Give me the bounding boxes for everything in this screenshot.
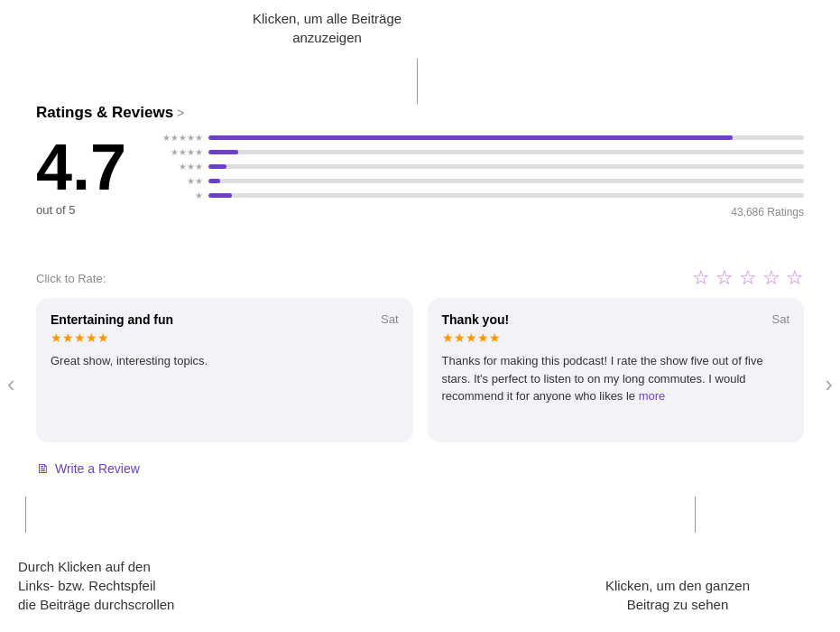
review-card-header-0: Entertaining and fun Sat [51,312,399,327]
nav-arrow-right[interactable]: › [825,370,833,398]
review-card-0: Entertaining and fun Sat ★★★★★ Great sho… [36,298,413,442]
histogram-stars-2: ★★★ [153,162,203,172]
review-body-1: Thanks for making this podcast! I rate t… [442,352,790,405]
histogram-bar-bg-2 [208,164,804,169]
review-date-0: Sat [381,312,399,326]
histogram-bar-bg-0 [208,135,804,140]
review-body-0: Great show, interesting topics. [51,352,399,370]
histogram-bar-fill-3 [208,179,220,183]
click-to-rate-section: Click to Rate: ☆☆☆☆☆ [36,266,804,290]
histogram-stars-1: ★★★★ [153,147,203,157]
rate-star-3[interactable]: ☆ [739,266,757,290]
review-more-link-1[interactable]: more [635,389,665,403]
big-rating-number: 4.7 [36,135,126,200]
annotation-bottom-right: Klicken, um den ganzen Beitrag zu sehen [605,576,750,614]
histogram-bar-bg-3 [208,179,804,183]
histogram-row: ★★★ [153,162,804,172]
rate-star-2[interactable]: ☆ [715,266,734,290]
rating-histogram: ★★★★★ ★★★★ ★★★ ★★ ★ [153,133,804,200]
histogram-bar-fill-2 [208,164,226,169]
page-container: Klicken, um alle Beiträge anzuzeigen Rat… [0,0,840,632]
histogram-row: ★★★★ [153,147,804,157]
histogram-bar-bg-4 [208,193,804,198]
review-title-1: Thank you! [442,312,510,327]
annotation-top-line [417,59,418,104]
rate-star-4[interactable]: ☆ [762,266,780,290]
write-review-label: Write a Review [55,461,140,476]
ann-line-left [25,497,26,533]
nav-arrow-left[interactable]: ‹ [7,370,15,398]
click-to-rate-label: Click to Rate: [36,272,106,285]
ratings-body: 4.7 out of 5 ★★★★★ ★★★★ ★★★ ★★ [36,133,804,218]
histogram-bar-fill-0 [208,135,733,140]
annotation-bottom-left: Durch Klicken auf den Links- bzw. Rechts… [18,557,174,614]
write-review-link[interactable]: 🗎 Write a Review [36,460,140,476]
ratings-header[interactable]: Ratings & Reviews > [36,104,804,122]
rate-star-5[interactable]: ☆ [786,266,804,290]
annotation-top: Klicken, um alle Beiträge anzuzeigen [253,9,402,47]
big-rating-label: out of 5 [36,203,126,217]
rate-star-1[interactable]: ☆ [692,266,710,290]
histogram-row: ★★ [153,176,804,186]
review-title-0: Entertaining and fun [51,312,173,327]
write-review-icon: 🗎 [36,460,50,476]
histogram-stars-4: ★ [153,191,203,200]
ratings-section: Ratings & Reviews > 4.7 out of 5 ★★★★★ ★… [36,104,804,218]
review-card-1: Thank you! Sat ★★★★★ Thanks for making t… [428,298,805,442]
histogram-bar-fill-4 [208,193,232,198]
rate-stars[interactable]: ☆☆☆☆☆ [692,266,804,290]
ratings-count: 43,686 Ratings [153,206,804,218]
histogram-stars-3: ★★ [153,176,203,186]
big-rating: 4.7 out of 5 [36,135,126,217]
reviews-container: Entertaining and fun Sat ★★★★★ Great sho… [36,298,804,442]
histogram-bar-fill-1 [208,150,238,154]
ratings-header-chevron: > [177,106,184,120]
histogram-row: ★ [153,191,804,200]
histogram-row: ★★★★★ [153,133,804,143]
review-date-1: Sat [771,312,789,326]
review-card-header-1: Thank you! Sat [442,312,790,327]
review-stars-0: ★★★★★ [51,330,399,345]
histogram-area: ★★★★★ ★★★★ ★★★ ★★ ★ 43,686 R [153,133,804,218]
histogram-stars-0: ★★★★★ [153,133,203,143]
review-stars-1: ★★★★★ [442,330,790,345]
histogram-bar-bg-1 [208,150,804,154]
ratings-header-title: Ratings & Reviews [36,104,173,122]
ann-line-right [695,497,696,533]
